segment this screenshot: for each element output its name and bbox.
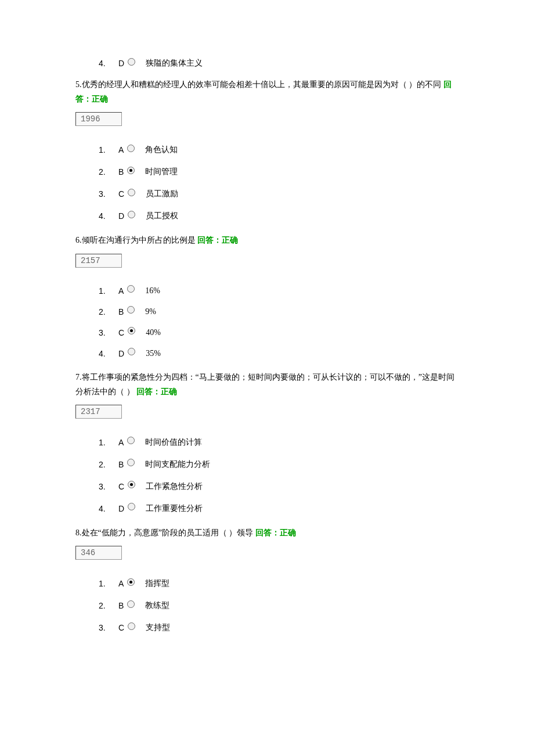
option-letter: D [118,211,124,221]
radio-selected-icon[interactable] [128,481,135,488]
radio-unselected-icon[interactable] [127,600,135,608]
radio-unselected-icon[interactable] [127,285,135,293]
option-number: 2. [99,307,111,316]
option-letter: C [118,482,124,491]
question-id-box: 1996 [75,112,122,126]
question-id-box: 2317 [75,405,122,419]
option-row: 3.C工作紧急性分析 [99,481,459,492]
radio-unselected-icon[interactable] [128,622,135,630]
feedback-label: 回答：正确 [197,236,238,244]
option-number: 4. [99,504,111,513]
option-number: 3. [99,623,111,632]
option-number: 4. [99,349,111,358]
option-letter: A [118,145,124,154]
option-letter: B [118,601,124,610]
options-list: 1.A时间价值的计算2.B时间支配能力分析3.C工作紧急性分析4.D工作重要性分… [75,437,459,514]
option-number: 2. [99,601,111,610]
option-letter: A [118,286,124,296]
option-text: 工作紧急性分析 [146,481,203,492]
feedback-label: 回答：正确 [255,528,296,537]
radio-unselected-icon[interactable] [128,211,135,218]
option-text: 狭隘的集体主义 [146,58,203,69]
radio-selected-icon[interactable] [127,167,135,174]
option-text: 角色认知 [145,145,178,155]
option-text: 时间价值的计算 [145,437,202,448]
option-text: 时间支配能力分析 [145,459,210,470]
question-text: 6.倾听在沟通行为中所占的比例是 回答：正确 [75,233,459,247]
option-row: 4.D35% [99,349,459,358]
radio-unselected-icon[interactable] [128,503,135,510]
option-letter: D [118,504,124,513]
question-body: 优秀的经理人和糟糕的经理人的效率可能会相差十倍以上，其最重要的原因可能是因为对（… [82,80,443,89]
option-number: 3. [99,189,111,199]
option-number: 4. [99,59,111,68]
radio-selected-icon[interactable] [128,327,135,334]
option-row: 1.A角色认知 [99,145,459,155]
orphan-option-row: 4. D 狭隘的集体主义 [0,58,534,69]
option-row: 2.B时间管理 [99,167,459,177]
radio-unselected-icon[interactable] [127,145,135,152]
option-number: 1. [99,579,111,588]
option-letter: B [118,167,124,177]
option-letter: C [118,189,124,199]
option-row: 3.C支持型 [99,622,459,633]
question-number: 7. [75,373,82,381]
option-text: 支持型 [146,622,170,633]
option-text: 指挥型 [145,578,169,589]
option-row: 1.A时间价值的计算 [99,437,459,448]
radio-unselected-icon[interactable] [127,437,135,444]
option-text: 40% [146,328,161,337]
option-row: 2.B时间支配能力分析 [99,459,459,470]
option-number: 3. [99,328,111,337]
options-list: 1.A指挥型2.B教练型3.C支持型 [75,578,459,633]
question-id-box: 2157 [75,254,122,268]
option-text: 35% [146,349,161,358]
option-number: 1. [99,438,111,447]
option-text: 工作重要性分析 [146,503,203,514]
question-body: 倾听在沟通行为中所占的比例是 [82,236,198,244]
option-text: 员工授权 [146,211,178,221]
option-row: 4.D工作重要性分析 [99,503,459,514]
option-text: 16% [145,286,160,296]
option-number: 1. [99,286,111,296]
option-text: 9% [145,307,156,316]
option-number: 2. [99,460,111,469]
option-row: 2.B9% [99,307,459,316]
question-body: 处在“低能力，高意愿”阶段的员工适用（ ）领导 [82,528,255,537]
question-text: 5.优秀的经理人和糟糕的经理人的效率可能会相差十倍以上，其最重要的原因可能是因为… [75,77,459,106]
option-number: 3. [99,482,111,491]
option-row: 1.A指挥型 [99,578,459,589]
option-letter: D [118,59,124,68]
question-text: 8.处在“低能力，高意愿”阶段的员工适用（ ）领导 回答：正确 [75,525,459,540]
option-number: 4. [99,211,111,221]
question-body: 将工作事项的紧急性分为四档：“马上要做的；短时间内要做的；可从长计议的；可以不做… [75,373,454,396]
option-row: 3.C员工激励 [99,189,459,199]
option-row: 4.D员工授权 [99,211,459,221]
radio-selected-icon[interactable] [127,578,135,586]
option-text: 时间管理 [145,167,178,177]
question-block: 5.优秀的经理人和糟糕的经理人的效率可能会相差十倍以上，其最重要的原因可能是因为… [75,77,459,221]
option-number: 2. [99,167,111,177]
options-list: 1.A角色认知2.B时间管理3.C员工激励4.D员工授权 [75,145,459,221]
option-letter: A [118,579,124,588]
option-text: 员工激励 [146,189,178,199]
option-letter: B [118,307,124,316]
options-list: 1.A16%2.B9%3.C40%4.D35% [75,286,459,358]
question-text: 7.将工作事项的紧急性分为四档：“马上要做的；短时间内要做的；可从长计议的；可以… [75,370,459,399]
radio-unselected-icon[interactable] [127,306,135,314]
option-text: 教练型 [145,600,169,611]
feedback-label: 回答：正确 [136,387,177,396]
question-block: 6.倾听在沟通行为中所占的比例是 回答：正确21571.A16%2.B9%3.C… [75,233,459,358]
question-number: 8. [75,528,82,537]
option-letter: A [118,438,124,447]
radio-unselected-icon[interactable] [128,348,135,355]
option-number: 1. [99,145,111,154]
question-block: 8.处在“低能力，高意愿”阶段的员工适用（ ）领导 回答：正确3461.A指挥型… [75,525,459,633]
radio-unselected-icon[interactable] [127,459,135,466]
radio-unselected-icon[interactable] [128,189,135,196]
radio-unselected-icon[interactable] [128,58,135,66]
option-letter: C [118,328,124,337]
option-letter: B [118,460,124,469]
question-block: 7.将工作事项的紧急性分为四档：“马上要做的；短时间内要做的；可从长计议的；可以… [75,370,459,514]
option-letter: C [118,623,124,632]
